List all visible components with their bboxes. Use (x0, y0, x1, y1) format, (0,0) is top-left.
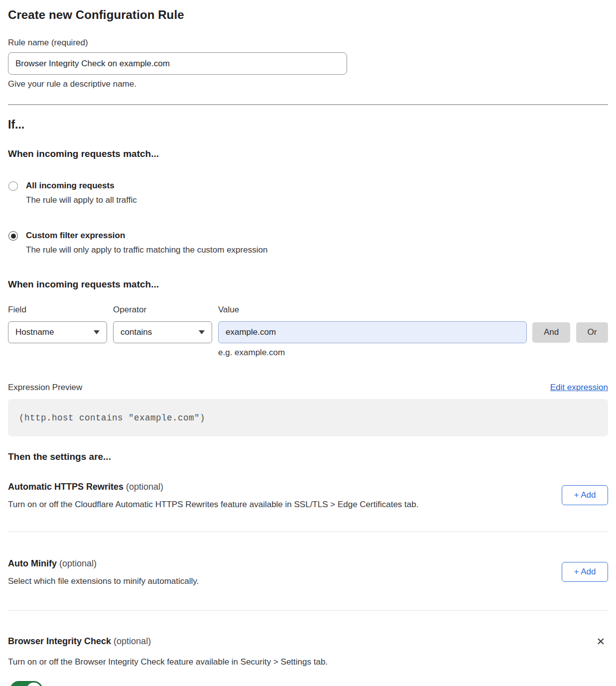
field-select-value: Hostname (15, 327, 54, 337)
close-icon[interactable]: ✕ (593, 636, 608, 648)
if-heading: If... (8, 118, 608, 132)
setting-title: Automatic HTTPS Rewrites (8, 482, 123, 492)
operator-select[interactable]: contains (113, 321, 212, 343)
radio-all-incoming-description: The rule will apply to all traffic (26, 195, 137, 205)
radio-custom-filter-description: The rule will only apply to traffic matc… (26, 245, 267, 255)
field-select[interactable]: Hostname (8, 321, 107, 343)
setting-divider (8, 610, 608, 611)
then-settings-heading: Then the settings are... (8, 451, 608, 462)
page-title: Create new Configuration Rule (8, 8, 608, 22)
radio-unselected-icon[interactable] (8, 181, 18, 191)
radio-all-incoming-label: All incoming requests (26, 180, 137, 191)
expression-builder-heading: When incoming requests match... (8, 279, 608, 290)
setting-description: Turn on or off the Browser Integrity Che… (8, 657, 608, 667)
operator-column-label: Operator (113, 305, 212, 315)
expression-code: (http.host contains "example.com") (19, 413, 205, 423)
section-divider (8, 104, 608, 105)
browser-integrity-check-toggle[interactable]: ✓ (10, 681, 43, 686)
setting-browser-integrity-check: Browser Integrity Check (optional) ✕ (8, 636, 608, 648)
value-helper-text: e.g. example.com (218, 348, 608, 358)
radio-custom-filter-label: Custom filter expression (26, 230, 267, 241)
radio-option-all-incoming[interactable]: All incoming requests The rule will appl… (8, 180, 608, 205)
setting-divider (8, 532, 608, 532)
match-heading: When incoming requests match... (8, 148, 608, 159)
setting-title: Browser Integrity Check (8, 636, 111, 646)
setting-optional-tag: (optional) (126, 482, 163, 492)
setting-optional-tag: (optional) (114, 636, 151, 646)
add-auto-minify-button[interactable]: + Add (562, 562, 608, 582)
setting-description: Turn on or off the Cloudflare Automatic … (8, 499, 418, 510)
rule-name-input[interactable] (8, 52, 347, 75)
create-configuration-rule-page: Create new Configuration Rule Rule name … (0, 0, 616, 686)
operator-select-value: contains (121, 327, 152, 337)
add-automatic-https-rewrites-button[interactable]: + Add (562, 485, 608, 505)
value-input[interactable] (218, 321, 527, 343)
setting-description: Select which file extensions to minify a… (8, 576, 199, 586)
setting-optional-tag: (optional) (59, 558, 97, 568)
setting-automatic-https-rewrites: Automatic HTTPS Rewrites (optional) Turn… (8, 481, 608, 510)
radio-selected-icon[interactable] (8, 231, 18, 241)
rule-name-helper: Give your rule a descriptive name. (8, 79, 608, 89)
value-column-label: Value (218, 305, 239, 315)
setting-auto-minify: Auto Minify (optional) Select which file… (8, 558, 608, 586)
setting-title: Auto Minify (8, 558, 57, 568)
rule-name-label: Rule name (required) (8, 38, 608, 48)
radio-option-custom-filter[interactable]: Custom filter expression The rule will o… (8, 230, 608, 255)
chevron-down-icon (199, 330, 205, 334)
and-button[interactable]: And (532, 322, 570, 343)
or-button[interactable]: Or (576, 322, 608, 343)
chevron-down-icon (94, 330, 100, 334)
expression-preview-box: (http.host contains "example.com") (8, 399, 608, 436)
edit-expression-link[interactable]: Edit expression (550, 383, 608, 393)
field-column-label: Field (8, 305, 107, 315)
expression-preview-label: Expression Preview (8, 383, 82, 393)
toggle-knob (26, 683, 41, 686)
